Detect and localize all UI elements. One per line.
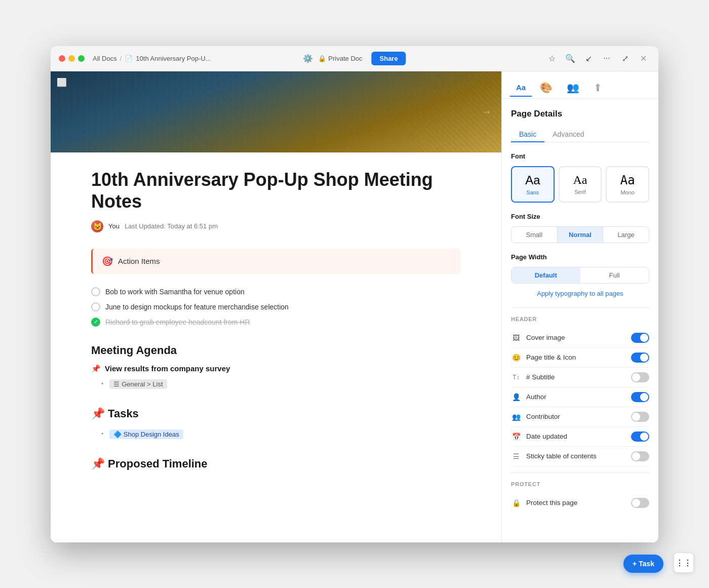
protect-page-label: Protect this page — [526, 499, 631, 506]
size-large[interactable]: Large — [603, 227, 649, 243]
fullscreen-icon[interactable]: ⤢ — [618, 51, 632, 65]
search-icon[interactable]: 🔍 — [563, 51, 577, 65]
bookmark-icon[interactable]: ☆ — [545, 51, 559, 65]
tab-share[interactable]: ⬆ — [587, 77, 608, 99]
font-mono-label: Mono — [620, 189, 635, 195]
check-circle-3[interactable]: ✓ — [91, 318, 100, 327]
panel-tabs: Aa 🎨 👥 ⬆ — [502, 71, 658, 99]
size-normal[interactable]: Normal — [558, 227, 604, 243]
check-text-2: June to design mockups for feature merch… — [105, 303, 289, 311]
toggle-contributor: 👥 Contributor — [511, 407, 649, 427]
font-option-serif[interactable]: Aa Serif — [559, 166, 602, 203]
task-fab-button[interactable]: + Task — [623, 555, 663, 573]
cover-arrow-icon: → — [482, 106, 491, 117]
check-item-2: June to design mockups for feature merch… — [91, 299, 461, 315]
breadcrumb-doc-title[interactable]: 10th Anniversary Pop-U... — [136, 55, 211, 62]
titlebar: All Docs / 📄 10th Anniversary Pop-U... ⚙… — [51, 46, 658, 71]
breadcrumb-separator: / — [120, 55, 122, 62]
font-label: Font — [511, 152, 649, 160]
tasks-section: 📌 Tasks • 🔷 Shop Design Ideas — [91, 407, 461, 441]
font-option-mono[interactable]: Aa Mono — [606, 166, 649, 203]
font-option-sans[interactable]: Aa Sans — [511, 166, 555, 203]
header-section-label: HEADER — [511, 316, 649, 322]
grid-fab-button[interactable]: ⋮⋮ — [674, 553, 694, 573]
size-small[interactable]: Small — [511, 227, 558, 243]
tasks-heading: 📌 Tasks — [91, 407, 461, 420]
check-item-3: ✓ Richard to grab employee headcount fro… — [91, 315, 461, 330]
toggle-subtitle: T↕ # Subtitle — [511, 368, 649, 387]
date-updated-label: Date updated — [526, 433, 631, 440]
author-toggle[interactable] — [631, 392, 649, 402]
toggle-page-title-icon: 😊 Page title & Icon — [511, 348, 649, 368]
font-sans-letter: Aa — [525, 173, 540, 187]
protect-section: PROTECT 🔒 Protect this page — [511, 481, 649, 513]
sub-tab-advanced[interactable]: Advanced — [544, 127, 592, 142]
cover-image-area: → — [51, 71, 501, 152]
breadcrumb-root[interactable]: All Docs — [93, 55, 117, 62]
doc-area[interactable]: ⬜ → 10th Anniversary Pop-Up Shop Meeting… — [51, 71, 501, 542]
last-updated: Last Updated: Today at 6:51 pm — [125, 222, 218, 230]
doc-icon: 📄 — [125, 55, 133, 62]
panel-divider-2 — [511, 473, 649, 473]
width-full[interactable]: Full — [580, 267, 649, 283]
sub-tab-basic[interactable]: Basic — [511, 127, 544, 142]
toggle-cover-image: 🖼 Cover image — [511, 328, 649, 348]
more-options-icon[interactable]: ··· — [600, 51, 614, 65]
sidebar-toggle[interactable]: ⬜ — [57, 77, 67, 87]
close-icon[interactable]: ✕ — [636, 51, 650, 65]
toggle-protect-page: 🔒 Protect this page — [511, 493, 649, 513]
page-width-options: Default Full — [511, 267, 649, 284]
main-layout: ⬜ → 10th Anniversary Pop-Up Shop Meeting… — [51, 71, 658, 542]
font-mono-letter: Aa — [620, 173, 635, 187]
agenda-item-1-label: View results from company survey — [105, 364, 230, 373]
doc-content: 10th Anniversary Pop-Up Shop Meeting Not… — [51, 152, 501, 517]
width-default[interactable]: Default — [511, 267, 580, 283]
tab-design[interactable]: 🎨 — [534, 77, 559, 99]
apply-typography-link[interactable]: Apply typography to all pages — [511, 290, 649, 297]
doc-meta: 🐱 You Last Updated: Today at 6:51 pm — [91, 220, 461, 232]
agenda-sub-item-1: • ☰ General > List — [91, 377, 461, 391]
right-panel: Aa 🎨 👥 ⬆ Page Details Basic Advanced Fon… — [501, 71, 658, 542]
subtitle-toggle[interactable] — [631, 372, 649, 382]
subtitle-label: # Subtitle — [526, 373, 631, 381]
protect-page-toggle[interactable] — [631, 498, 649, 508]
task-bullet: • — [101, 430, 103, 438]
traffic-lights — [59, 55, 85, 62]
author-name: You — [108, 222, 120, 230]
contributor-toggle[interactable] — [631, 412, 649, 422]
check-circle-2[interactable] — [91, 302, 100, 311]
check-circle-1[interactable] — [91, 287, 100, 296]
protect-label: PROTECT — [511, 481, 649, 487]
minimize-button[interactable] — [68, 55, 75, 62]
page-width-label: Page Width — [511, 253, 649, 261]
proposed-timeline-heading: 📌 Proposed Timeline — [91, 457, 461, 471]
list-icon: ☰ — [113, 380, 120, 388]
doc-title: 10th Anniversary Pop-Up Shop Meeting Not… — [91, 169, 461, 212]
date-updated-toggle[interactable] — [631, 432, 649, 442]
date-updated-icon: 📅 — [511, 433, 521, 441]
page-title-toggle[interactable] — [631, 352, 649, 363]
task-badge: 🔷 Shop Design Ideas — [109, 429, 183, 439]
maximize-button[interactable] — [78, 55, 85, 62]
meeting-agenda-heading: Meeting Agenda — [91, 344, 461, 357]
tasks-pin-icon: 📌 — [91, 407, 105, 420]
sticky-toc-toggle[interactable] — [631, 451, 649, 461]
share-button[interactable]: Share — [372, 52, 406, 65]
titlebar-actions: ☆ 🔍 ↙ ··· ⤢ ✕ — [545, 51, 650, 65]
collapse-icon[interactable]: ↙ — [581, 51, 596, 65]
close-button[interactable] — [59, 55, 65, 62]
font-sans-label: Sans — [526, 189, 539, 195]
list-badge: ☰ General > List — [109, 379, 167, 389]
panel-divider-1 — [511, 307, 649, 308]
font-size-label: Font Size — [511, 213, 649, 220]
task-item-1: • 🔷 Shop Design Ideas — [91, 427, 461, 441]
toggle-sticky-toc: ☰ Sticky table of contents — [511, 447, 649, 466]
private-doc-badge: 🔒 Private Doc — [318, 55, 362, 62]
sub-tabs: Basic Advanced — [511, 127, 649, 142]
tab-text[interactable]: Aa — [510, 79, 532, 97]
cover-image-toggle[interactable] — [631, 333, 649, 343]
sticky-toc-label: Sticky table of contents — [526, 452, 631, 460]
settings-icon[interactable]: ⚙️ — [303, 54, 313, 63]
tab-people[interactable]: 👥 — [561, 77, 585, 99]
grid-icon: ⋮⋮ — [676, 558, 692, 568]
